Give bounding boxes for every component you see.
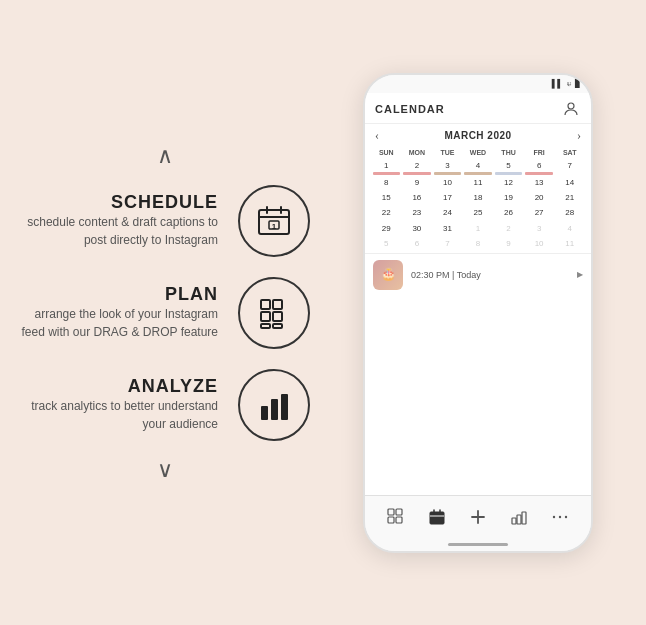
cal-day-19[interactable]: 19 xyxy=(493,191,524,205)
day-headers: SUN MON TUE WED THU FRI SAT xyxy=(371,147,585,158)
phone-mockup: ▌▌ ᵾ ▊ CALENDAR ‹ xyxy=(363,73,593,553)
cal-day-apr-11[interactable]: 11 xyxy=(554,237,585,251)
cal-day-10[interactable]: 10 xyxy=(432,176,463,190)
schedule-desc: schedule content & draft captions to pos… xyxy=(20,213,218,249)
cal-day-apr-2[interactable]: 2 xyxy=(493,222,524,236)
cal-day-apr-4[interactable]: 4 xyxy=(554,222,585,236)
month-title: MARCH 2020 xyxy=(444,130,511,141)
post-action-icon[interactable]: ▶ xyxy=(577,270,583,279)
cal-day-23[interactable]: 23 xyxy=(402,206,433,220)
svg-rect-13 xyxy=(271,399,278,420)
month-navigation: ‹ MARCH 2020 › xyxy=(365,124,591,147)
cal-day-12[interactable]: 12 xyxy=(493,176,524,190)
svg-rect-16 xyxy=(388,509,394,515)
scheduled-post-info: 02:30 PM | Today xyxy=(411,270,569,280)
plan-text: PLAN arrange the look of your Instagram … xyxy=(20,284,228,341)
cal-day-14[interactable]: 14 xyxy=(554,176,585,190)
app-container: ∧ SCHEDULE schedule content & draft capt… xyxy=(0,0,646,625)
cal-day-2[interactable]: 2 xyxy=(402,160,433,175)
calendar-week-2: 8 9 10 11 12 13 14 xyxy=(371,176,585,190)
cal-day-17[interactable]: 17 xyxy=(432,191,463,205)
cal-day-7[interactable]: 7 xyxy=(554,160,585,175)
cal-day-apr-10[interactable]: 10 xyxy=(524,237,555,251)
nav-add-button[interactable] xyxy=(466,505,490,529)
chevron-down-icon[interactable]: ∨ xyxy=(157,459,173,481)
cal-day-26[interactable]: 26 xyxy=(493,206,524,220)
svg-rect-9 xyxy=(273,312,282,321)
svg-rect-28 xyxy=(522,512,526,524)
svg-rect-12 xyxy=(261,406,268,420)
nav-calendar-button[interactable] xyxy=(425,505,449,529)
cal-day-22[interactable]: 22 xyxy=(371,206,402,220)
right-panel: ▌▌ ᵾ ▊ CALENDAR ‹ xyxy=(320,0,646,625)
bottom-navigation xyxy=(365,495,591,539)
post-thumbnail: 🎂 xyxy=(373,260,403,290)
cal-day-29[interactable]: 29 xyxy=(371,222,402,236)
cal-day-apr-6[interactable]: 6 xyxy=(402,237,433,251)
analyze-text: ANALYZE track analytics to better unders… xyxy=(20,376,228,433)
svg-point-31 xyxy=(565,516,567,518)
calendar-week-6: 5 6 7 8 9 10 11 xyxy=(371,237,585,251)
cal-day-apr-8[interactable]: 8 xyxy=(463,237,494,251)
cal-day-20[interactable]: 20 xyxy=(524,191,555,205)
cal-day-8[interactable]: 8 xyxy=(371,176,402,190)
feature-analyze: ANALYZE track analytics to better unders… xyxy=(20,369,310,441)
plan-desc: arrange the look of your Instagram feed … xyxy=(20,305,218,341)
plan-title: PLAN xyxy=(20,284,218,305)
nav-more-button[interactable] xyxy=(548,505,572,529)
nav-analytics-button[interactable] xyxy=(507,505,531,529)
svg-rect-27 xyxy=(517,515,521,524)
phone-status-bar: ▌▌ ᵾ ▊ xyxy=(365,75,591,93)
cal-day-apr-7[interactable]: 7 xyxy=(432,237,463,251)
nav-grid-button[interactable] xyxy=(384,505,408,529)
cal-day-apr-9[interactable]: 9 xyxy=(493,237,524,251)
cal-day-apr-3[interactable]: 3 xyxy=(524,222,555,236)
cal-day-13[interactable]: 13 xyxy=(524,176,555,190)
feature-schedule: SCHEDULE schedule content & draft captio… xyxy=(20,185,310,257)
cal-day-25[interactable]: 25 xyxy=(463,206,494,220)
calendar-week-5: 29 30 31 1 2 3 4 xyxy=(371,222,585,236)
cal-day-21[interactable]: 21 xyxy=(554,191,585,205)
svg-point-30 xyxy=(559,516,561,518)
cal-day-11[interactable]: 11 xyxy=(463,176,494,190)
day-header-wed: WED xyxy=(463,147,494,158)
cal-day-27[interactable]: 27 xyxy=(524,206,555,220)
scheduled-time: 02:30 PM | Today xyxy=(411,270,569,280)
calendar-app-header: CALENDAR xyxy=(365,93,591,124)
cal-day-28[interactable]: 28 xyxy=(554,206,585,220)
cal-day-15[interactable]: 15 xyxy=(371,191,402,205)
wifi-icon: ᵾ xyxy=(567,79,571,89)
cal-day-31[interactable]: 31 xyxy=(432,222,463,236)
battery-icon: ▊ xyxy=(575,79,581,88)
cal-day-9[interactable]: 9 xyxy=(402,176,433,190)
cal-day-1[interactable]: 1 xyxy=(371,160,402,175)
day-header-sat: SAT xyxy=(554,147,585,158)
phone-home-bar xyxy=(365,539,591,551)
day-header-sun: SUN xyxy=(371,147,402,158)
cal-day-24[interactable]: 24 xyxy=(432,206,463,220)
next-month-button[interactable]: › xyxy=(577,128,581,143)
calendar-week-3: 15 16 17 18 19 20 21 xyxy=(371,191,585,205)
cal-day-apr-1[interactable]: 1 xyxy=(463,222,494,236)
chevron-up-icon[interactable]: ∧ xyxy=(157,145,173,167)
cal-day-16[interactable]: 16 xyxy=(402,191,433,205)
analyze-desc: track analytics to better understand you… xyxy=(20,397,218,433)
home-indicator xyxy=(448,543,508,546)
cal-day-6[interactable]: 6 xyxy=(524,160,555,175)
svg-rect-7 xyxy=(273,300,282,309)
grid-icon xyxy=(255,294,293,332)
prev-month-button[interactable]: ‹ xyxy=(375,128,379,143)
scheduled-post-item[interactable]: 🎂 02:30 PM | Today ▶ xyxy=(365,253,591,296)
svg-rect-10 xyxy=(261,324,270,328)
cal-day-18[interactable]: 18 xyxy=(463,191,494,205)
calendar-person-icon[interactable] xyxy=(561,99,581,119)
cal-day-apr-5[interactable]: 5 xyxy=(371,237,402,251)
day-header-thu: THU xyxy=(493,147,524,158)
cal-day-4[interactable]: 4 xyxy=(463,160,494,175)
plan-icon-circle xyxy=(238,277,310,349)
cal-day-30[interactable]: 30 xyxy=(402,222,433,236)
cal-day-5[interactable]: 5 xyxy=(493,160,524,175)
svg-rect-20 xyxy=(430,512,444,524)
cal-day-3[interactable]: 3 xyxy=(432,160,463,175)
schedule-icon-circle: 1 xyxy=(238,185,310,257)
